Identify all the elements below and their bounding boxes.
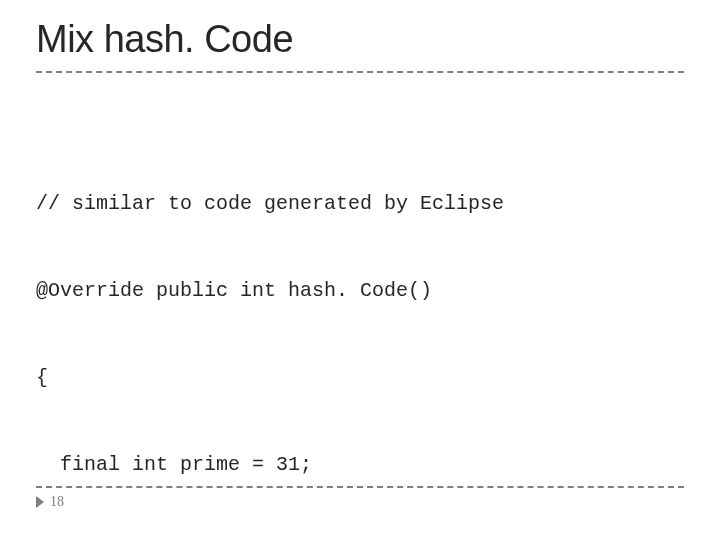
page-row: 18 [36,494,684,510]
code-line: { [36,363,684,392]
footer: 18 [36,486,684,510]
slide-title: Mix hash. Code [36,18,684,61]
code-line: final int prime = 31; [36,450,684,479]
title-divider [36,71,684,73]
code-block: // similar to code generated by Eclipse … [36,131,684,540]
chevron-right-icon [36,496,44,508]
footer-divider [36,486,684,488]
code-line: @Override public int hash. Code() [36,276,684,305]
slide: Mix hash. Code // similar to code genera… [0,0,720,540]
code-line: // similar to code generated by Eclipse [36,189,684,218]
page-number: 18 [50,494,64,510]
